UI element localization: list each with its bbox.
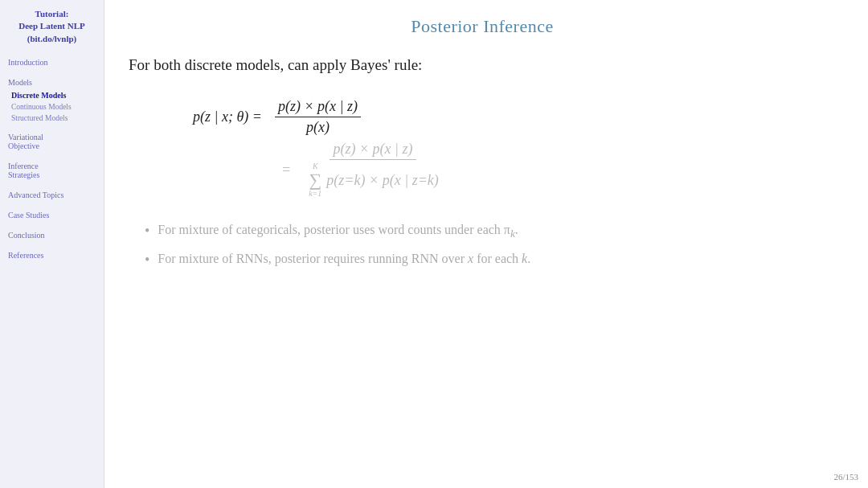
sidebar-item-models[interactable]: Models: [5, 76, 99, 88]
sidebar-item-conclusion[interactable]: Conclusion: [5, 229, 99, 241]
sidebar-item-discrete-models[interactable]: Discrete Models: [5, 90, 99, 100]
sum-sigma: ∑: [309, 171, 321, 189]
equation-line-2: = p(z) × p(x | z) K ∑ k=1 p(z=k) × p(x |…: [193, 141, 445, 199]
math-block: p(z | x; θ) = p(z) × p(x | z) p(x) = p(z…: [129, 98, 836, 199]
eq1-numerator: p(z) × p(x | z): [275, 98, 361, 117]
eq2-equals: =: [281, 162, 291, 178]
main-content: Posterior Inference For both discrete mo…: [104, 0, 868, 488]
eq1-denominator: p(x): [303, 117, 333, 136]
sidebar-title: Tutorial:Deep Latent NLP(bit.do/lvnlp): [5, 8, 99, 45]
eq2-denominator: K ∑ k=1 p(z=k) × p(x | z=k): [304, 160, 442, 199]
sidebar: Tutorial:Deep Latent NLP(bit.do/lvnlp) I…: [0, 0, 104, 488]
sidebar-item-introduction[interactable]: Introduction: [5, 56, 99, 68]
sum-symbol: K ∑ k=1: [309, 162, 321, 199]
sidebar-item-structured-models[interactable]: Structured Models: [5, 113, 99, 123]
bullet-dot-2: •: [145, 252, 149, 269]
sidebar-item-continuous-models[interactable]: Continuous Models: [5, 102, 99, 112]
eq2-numerator: p(z) × p(x | z): [330, 141, 416, 160]
eq1-fraction: p(z) × p(x | z) p(x): [275, 98, 361, 136]
sidebar-item-references[interactable]: References: [5, 249, 99, 261]
sidebar-item-advanced-topics[interactable]: Advanced Topics: [5, 189, 99, 201]
eq1-lhs: p(z | x; θ) =: [193, 109, 262, 125]
eq2-fraction: p(z) × p(x | z) K ∑ k=1 p(z=k) × p(x | z…: [304, 141, 442, 199]
slide-title: Posterior Inference: [129, 16, 836, 37]
sidebar-item-inference-strategies[interactable]: InferenceStrategies: [5, 160, 99, 181]
bullet-text-1: For mixture of categoricals, posterior u…: [158, 223, 518, 240]
equation-line-1: p(z | x; θ) = p(z) × p(x | z) p(x): [193, 98, 364, 136]
bullet-item-1: • For mixture of categoricals, posterior…: [145, 223, 836, 240]
bullet-item-2: • For mixture of RNNs, posterior require…: [145, 252, 836, 269]
slide-number: 26/153: [833, 472, 858, 482]
sum-lower: k=1: [309, 189, 321, 199]
bullet-dot-1: •: [145, 223, 149, 240]
bullet-text-2: For mixture of RNNs, posterior requires …: [158, 252, 530, 266]
sidebar-item-case-studies[interactable]: Case Studies: [5, 209, 99, 221]
bullet-points: • For mixture of categoricals, posterior…: [129, 223, 836, 269]
sidebar-item-variational-objective[interactable]: VariationalObjective: [5, 131, 99, 152]
intro-text: For both discrete models, can apply Baye…: [129, 56, 836, 74]
sum-term: p(z=k) × p(x | z=k): [326, 172, 438, 189]
